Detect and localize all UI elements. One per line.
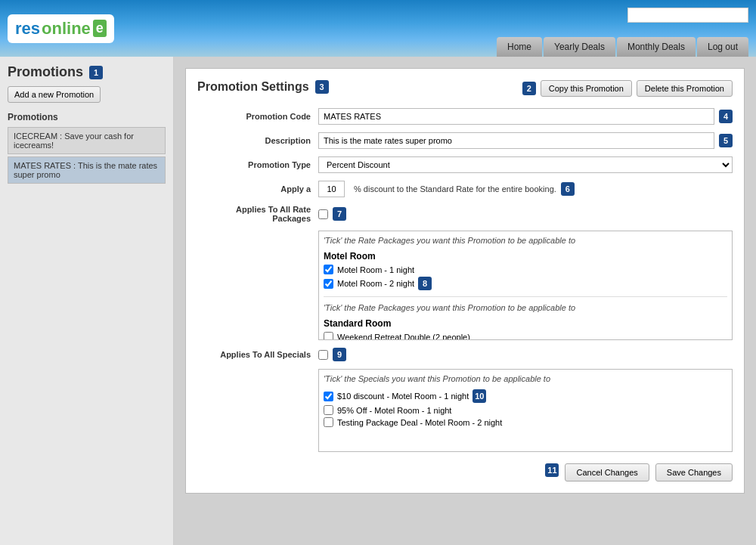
add-promotion-button[interactable]: Add a new Promotion bbox=[8, 86, 101, 103]
standard-room-item-1: Weekend Retreat Double (2 people) bbox=[324, 332, 727, 340]
promotion-settings-panel: Promotion Settings 3 2 Copy this Promoti… bbox=[185, 68, 745, 494]
callout-7: 7 bbox=[333, 207, 346, 221]
promo-type-row: Promotion Type Percent Discount bbox=[197, 156, 733, 173]
promo-list-item[interactable]: ICECREAM : Save your cash for icecreams! bbox=[8, 127, 166, 154]
logo-online: online bbox=[42, 19, 91, 39]
motel-room-2-label: Motel Room - 2 night bbox=[337, 279, 414, 288]
sidebar: Promotions 1 Add a new Promotion Promoti… bbox=[0, 57, 174, 545]
panel-actions: 2 Copy this Promotion Delete this Promot… bbox=[522, 80, 733, 97]
standard-room-group-title: Standard Room bbox=[324, 318, 727, 329]
callout-9: 9 bbox=[333, 348, 346, 361]
packages-box-row: 'Tick' the Rate Packages you want this P… bbox=[197, 231, 733, 340]
cancel-changes-button[interactable]: Cancel Changes bbox=[565, 463, 649, 482]
home-button[interactable]: Home bbox=[497, 37, 542, 57]
applies-packages-label: Applies To All Rate Packages bbox=[197, 205, 318, 223]
callout-8: 8 bbox=[418, 277, 432, 290]
special-item-2: 95% Off - Motel Room - 1 night bbox=[324, 405, 727, 415]
search-input[interactable] bbox=[627, 8, 748, 23]
packages-scrollable-box[interactable]: 'Tick' the Rate Packages you want this P… bbox=[318, 231, 733, 340]
save-changes-button[interactable]: Save Changes bbox=[655, 463, 733, 482]
content-area: Promotion Settings 3 2 Copy this Promoti… bbox=[174, 57, 756, 545]
logo-res: res bbox=[15, 19, 40, 39]
special-item-3: Testing Package Deal - Motel Room - 2 ni… bbox=[324, 417, 727, 427]
promo-list-item[interactable]: MATES RATES : This is the mate rates sup… bbox=[8, 156, 166, 184]
specials-scrollable-box[interactable]: 'Tick' the Specials you want this Promot… bbox=[318, 369, 733, 452]
delete-promotion-button[interactable]: Delete this Promotion bbox=[637, 80, 733, 97]
nav-bar: Home Yearly Deals Monthly Deals Log out bbox=[497, 37, 748, 57]
apply-label: Apply a bbox=[197, 184, 318, 194]
callout-5: 5 bbox=[719, 134, 733, 147]
panel-title: Promotion Settings bbox=[197, 80, 309, 94]
standard-room-label: Weekend Retreat Double (2 people) bbox=[337, 333, 470, 341]
panel-header: Promotion Settings 3 2 Copy this Promoti… bbox=[197, 80, 733, 97]
special-3-label: Testing Package Deal - Motel Room - 2 ni… bbox=[337, 418, 502, 427]
promotions-title: Promotions bbox=[8, 64, 83, 80]
callout-10: 10 bbox=[472, 389, 486, 403]
motel-room-1-label: Motel Room - 1 night bbox=[337, 265, 414, 274]
specials-box-row: 'Tick' the Specials you want this Promot… bbox=[197, 369, 733, 452]
callout-1: 1 bbox=[89, 66, 103, 79]
yearly-deals-button[interactable]: Yearly Deals bbox=[544, 37, 615, 57]
applies-specials-row: Applies To All Specials 9 bbox=[197, 348, 733, 361]
special-2-label: 95% Off - Motel Room - 1 night bbox=[337, 406, 451, 415]
apply-text: % discount to the Standard Rate for the … bbox=[354, 184, 556, 194]
motel-room-item-2: Motel Room - 2 night 8 bbox=[324, 277, 727, 290]
monthly-deals-button[interactable]: Monthly Deals bbox=[617, 37, 696, 57]
description-input[interactable] bbox=[318, 132, 714, 149]
main-layout: Promotions 1 Add a new Promotion Promoti… bbox=[0, 57, 756, 545]
logout-button[interactable]: Log out bbox=[697, 37, 748, 57]
special-item-1: $10 discount - Motel Room - 1 night 10 bbox=[324, 389, 727, 403]
applies-specials-label: Applies To All Specials bbox=[197, 350, 318, 359]
promo-code-row: Promotion Code 4 bbox=[197, 108, 733, 125]
apply-row: Apply a % discount to the Standard Rate … bbox=[197, 181, 733, 197]
separator bbox=[324, 296, 727, 297]
bottom-actions: 11 Cancel Changes Save Changes bbox=[197, 463, 733, 482]
special-1-label: $10 discount - Motel Room - 1 night bbox=[337, 392, 469, 401]
special-3-checkbox[interactable] bbox=[324, 417, 333, 427]
standard-room-checkbox[interactable] bbox=[324, 332, 333, 340]
applies-specials-checkbox[interactable] bbox=[318, 350, 328, 360]
packages-intro: 'Tick' the Rate Packages you want this P… bbox=[324, 236, 727, 245]
motel-room-2-checkbox[interactable] bbox=[324, 279, 333, 289]
callout-11: 11 bbox=[545, 463, 559, 477]
promo-code-input[interactable] bbox=[318, 108, 714, 125]
sidebar-title: Promotions 1 bbox=[8, 64, 166, 80]
callout-4: 4 bbox=[719, 110, 733, 123]
callout-2: 2 bbox=[522, 82, 536, 95]
callout-6: 6 bbox=[561, 182, 575, 196]
description-label: Description bbox=[197, 136, 318, 145]
copy-promotion-button[interactable]: Copy this Promotion bbox=[541, 80, 632, 97]
special-1-checkbox[interactable] bbox=[324, 392, 333, 401]
motel-room-group-title: Motel Room bbox=[324, 251, 727, 262]
special-2-checkbox[interactable] bbox=[324, 405, 333, 415]
specials-intro: 'Tick' the Specials you want this Promot… bbox=[324, 374, 727, 383]
logo: resonlinee bbox=[8, 14, 114, 43]
callout-3: 3 bbox=[315, 80, 329, 94]
promo-code-label: Promotion Code bbox=[197, 112, 318, 121]
apply-value-input[interactable] bbox=[318, 181, 345, 197]
promo-type-select[interactable]: Percent Discount bbox=[318, 156, 733, 173]
motel-room-1-checkbox[interactable] bbox=[324, 265, 333, 274]
promo-list-title: Promotions bbox=[8, 112, 166, 122]
applies-packages-row: Applies To All Rate Packages 7 bbox=[197, 205, 733, 223]
packages-intro-2: 'Tick' the Rate Packages you want this P… bbox=[324, 303, 727, 312]
promo-type-label: Promotion Type bbox=[197, 160, 318, 169]
header: resonlinee Home Yearly Deals Monthly Dea… bbox=[0, 0, 756, 57]
description-row: Description 5 bbox=[197, 132, 733, 149]
motel-room-item-1: Motel Room - 1 night bbox=[324, 265, 727, 274]
logo-box-e: e bbox=[93, 20, 107, 37]
applies-packages-checkbox[interactable] bbox=[318, 209, 328, 219]
